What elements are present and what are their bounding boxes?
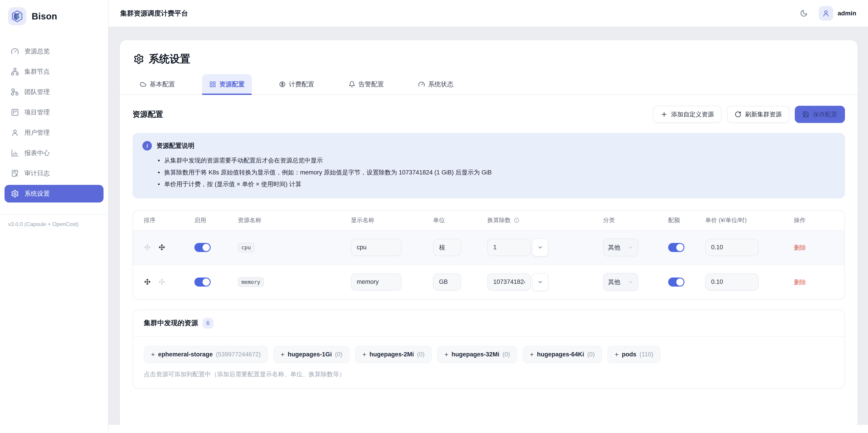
unit-input[interactable] xyxy=(433,239,461,256)
sidebar-item-cluster-nodes[interactable]: 集群节点 xyxy=(4,63,103,81)
tab-basic-config[interactable]: 基本配置 xyxy=(132,74,182,94)
settings-tabs: 基本配置 资源配置 计费配置 告警配置 xyxy=(120,74,858,95)
save-icon xyxy=(802,111,809,118)
resource-name-cell: cpu xyxy=(238,243,351,252)
user-menu[interactable]: admin xyxy=(819,6,856,21)
category-select[interactable]: 其他 xyxy=(603,273,638,291)
move-down-button[interactable] xyxy=(158,244,165,251)
dark-mode-toggle[interactable] xyxy=(797,6,811,20)
sidebar-item-system-settings[interactable]: 系统设置 xyxy=(4,185,103,203)
gear-icon xyxy=(11,190,19,198)
tab-label: 告警配置 xyxy=(359,80,384,89)
bison-logo-icon xyxy=(8,7,26,25)
refresh-icon xyxy=(735,111,741,118)
divisor-preset-dropdown[interactable] xyxy=(532,273,548,291)
unit-cell xyxy=(433,239,487,256)
table-header-row: 排序 启用 资源名称 显示名称 单位 换算除数 分类 配额 单价 (¥/单位/时… xyxy=(133,211,844,230)
user-icon xyxy=(11,129,19,137)
move-icon xyxy=(158,244,165,251)
table-row: cpu xyxy=(133,230,844,265)
refresh-cluster-resources-button[interactable]: 刷新集群资源 xyxy=(727,106,789,123)
add-custom-resource-button[interactable]: 添加自定义资源 xyxy=(653,106,721,123)
chevron-down-icon xyxy=(537,245,543,250)
price-input[interactable] xyxy=(705,274,758,290)
chip-count: (0) xyxy=(417,351,425,358)
quota-cell xyxy=(668,278,705,286)
save-config-button[interactable]: 保存配置 xyxy=(795,106,845,123)
info-bullet: 单价用于计费，按 (显示值 × 单价 × 使用时间) 计算 xyxy=(158,178,835,190)
sidebar-item-team-management[interactable]: 团队管理 xyxy=(4,83,103,101)
delete-row-button[interactable]: 删除 xyxy=(794,244,806,252)
enabled-toggle[interactable] xyxy=(194,243,211,252)
display-name-input[interactable] xyxy=(351,274,401,290)
main-content: 系统设置 基本配置 资源配置 计费配置 xyxy=(108,27,868,433)
sidebar-item-label: 团队管理 xyxy=(24,88,50,96)
discovered-title: 集群中发现的资源 xyxy=(144,318,198,328)
quota-toggle[interactable] xyxy=(668,243,684,252)
divisor-cell xyxy=(487,273,603,291)
resource-chip-ephemeral-storage[interactable]: + ephemeral-storage (539977244672) xyxy=(144,346,268,363)
plus-icon: + xyxy=(151,351,155,358)
tab-alert-config[interactable]: 告警配置 xyxy=(341,74,391,94)
sidebar-item-audit-log[interactable]: 审计日志 xyxy=(4,164,103,182)
grid-icon xyxy=(209,81,216,88)
sidebar-item-report-center[interactable]: 报表中心 xyxy=(4,144,103,162)
discovered-header: 集群中发现的资源 6 xyxy=(133,310,844,337)
col-header-unit: 单位 xyxy=(433,216,487,224)
resource-chip-hugepages-32mi[interactable]: + hugepages-32Mi (0) xyxy=(437,346,517,363)
info-circle-icon xyxy=(514,217,520,223)
sidebar-item-resource-overview[interactable]: 资源总览 xyxy=(4,42,103,60)
resource-chip-hugepages-1gi[interactable]: + hugepages-1Gi (0) xyxy=(273,346,350,363)
app-version: v3.0.0 (Capsule + OpenCost) xyxy=(0,214,108,234)
unit-input[interactable] xyxy=(433,274,461,290)
quota-toggle[interactable] xyxy=(668,278,684,286)
topbar: 集群资源调度计费平台 admin xyxy=(108,0,868,27)
cloud-icon xyxy=(140,81,147,88)
sidebar-item-label: 集群节点 xyxy=(24,67,50,76)
divisor-preset-dropdown[interactable] xyxy=(532,239,548,256)
enabled-toggle[interactable] xyxy=(194,278,211,286)
divisor-input[interactable] xyxy=(487,239,531,256)
tab-billing-config[interactable]: 计费配置 xyxy=(272,74,321,94)
resource-chip-hugepages-64ki[interactable]: + hugepages-64Ki (0) xyxy=(523,346,602,363)
resource-config-header: 资源配置 添加自定义资源 刷新集群资源 保存配置 xyxy=(132,106,845,123)
gear-icon xyxy=(133,54,144,64)
toggle-knob xyxy=(203,278,210,286)
sidebar-item-user-management[interactable]: 用户管理 xyxy=(4,124,103,142)
bell-icon xyxy=(348,81,355,88)
divisor-input[interactable] xyxy=(487,274,531,290)
button-label: 保存配置 xyxy=(813,110,837,118)
display-name-cell xyxy=(351,274,433,290)
price-input[interactable] xyxy=(705,239,758,256)
button-label: 添加自定义资源 xyxy=(671,110,714,118)
resource-config-info-box: i 资源配置说明 从集群中发现的资源需要手动配置后才会在资源总览中显示 换算除数… xyxy=(132,133,845,198)
actions-cell: 删除 xyxy=(794,243,834,252)
price-cell xyxy=(705,274,794,290)
delete-row-button[interactable]: 删除 xyxy=(794,278,806,286)
chevron-down-icon xyxy=(628,279,633,285)
plus-icon: + xyxy=(362,351,366,358)
plus-icon: + xyxy=(444,351,448,358)
kanban-icon xyxy=(11,108,19,116)
category-select[interactable]: 其他 xyxy=(603,239,638,256)
info-icon: i xyxy=(143,141,152,151)
toggle-knob xyxy=(203,244,210,251)
display-name-input[interactable] xyxy=(351,239,401,256)
enabled-cell xyxy=(194,278,238,286)
dollar-coin-icon xyxy=(279,81,286,88)
tab-system-status[interactable]: 系统状态 xyxy=(411,74,461,94)
col-header-label: 换算除数 xyxy=(487,216,511,224)
move-up-button[interactable] xyxy=(144,278,151,286)
gauge-icon xyxy=(418,81,425,88)
chip-count: (110) xyxy=(640,351,653,358)
sidebar-item-project-management[interactable]: 项目管理 xyxy=(4,103,103,121)
plus-icon: + xyxy=(530,351,534,358)
tab-resource-config[interactable]: 资源配置 xyxy=(202,74,252,94)
org-chart-icon xyxy=(11,88,19,96)
resource-chip-hugepages-2mi[interactable]: + hugepages-2Mi (0) xyxy=(355,346,432,363)
chip-name: ephemeral-storage xyxy=(158,351,213,358)
move-down-button[interactable] xyxy=(158,278,165,286)
move-up-button[interactable] xyxy=(144,244,151,251)
resource-chip-pods[interactable]: + pods (110) xyxy=(608,346,660,363)
scroll-end-strip xyxy=(108,425,868,433)
